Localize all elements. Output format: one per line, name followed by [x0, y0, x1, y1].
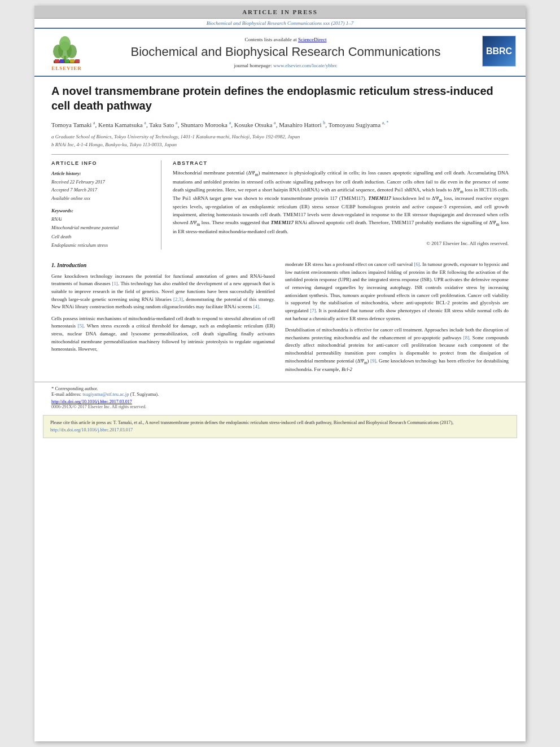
email-line: E-mail address: tsugiyama@stf.teu.ac.jp …: [51, 391, 509, 397]
svg-rect-6: [55, 59, 59, 63]
keyword-4: Endoplasmic reticulum stress: [51, 241, 154, 250]
two-col-body: 1. Introduction Gene knockdown technolog…: [51, 261, 509, 377]
article-title: A novel transmembrane protein defines th…: [51, 84, 509, 113]
article-info-abstract-section: ARTICLE INFO Article history: Received 2…: [51, 154, 509, 250]
intro-para2: Cells possess intrinsic mechanisms of mi…: [51, 315, 275, 353]
email-suffix: (T. Sugiyama).: [130, 391, 159, 397]
keyword-2: Mitochondrial membrane potential: [51, 224, 154, 232]
email-link[interactable]: tsugiyama@stf.teu.ac.jp: [82, 391, 129, 397]
authors-line: Tomoya Tamaki a, Kenta Kamatsuka a, Taku…: [51, 120, 509, 130]
article-info-col: ARTICLE INFO Article history: Received 2…: [51, 160, 161, 250]
doi-link[interactable]: http://dx.doi.org/10.1016/j.bbrc.2017.03…: [51, 399, 509, 404]
svg-rect-7: [60, 59, 64, 63]
banner-text: ARTICLE IN PRESS: [242, 8, 318, 15]
received-date: Received 22 February 2017: [51, 178, 154, 186]
main-content: A novel transmembrane protein defines th…: [34, 77, 526, 261]
svg-rect-9: [70, 59, 75, 63]
journal-title: Biochemical and Biophysical Research Com…: [98, 45, 474, 59]
aip-banner: ARTICLE IN PRESS: [34, 6, 526, 19]
elsevier-tree-icon: [47, 33, 86, 64]
sciencedirect-line: Contents lists available at ScienceDirec…: [98, 37, 474, 42]
bbrc-box: BBRC: [482, 36, 516, 67]
corresponding-author: * Corresponding author.: [51, 386, 509, 391]
abstract-text: Mitochondrial membrane potential (ΔΨm) m…: [173, 169, 509, 235]
citation-doi-link[interactable]: http://dx.doi.org/10.1016/j.bbrc.2017.03…: [50, 427, 133, 433]
svg-rect-8: [65, 59, 69, 63]
page: ARTICLE IN PRESS Biochemical and Biophys…: [34, 6, 526, 741]
right-para1: moderate ER stress has a profound effect…: [285, 261, 509, 322]
keyword-1: RNAi: [51, 215, 154, 224]
article-history: Article history: Received 22 February 20…: [51, 169, 154, 202]
right-para2: Destabilisation of mitochondria is effec…: [285, 326, 509, 373]
journal-header: ELSEVIER Contents lists available at Sci…: [34, 28, 526, 77]
doi-copyright: 0006-291X/© 2017 Elsevier Inc. All right…: [51, 404, 509, 409]
bbrc-logo: BBRC: [479, 33, 519, 71]
elsevier-logo: ELSEVIER: [41, 33, 92, 71]
sciencedirect-link[interactable]: ScienceDirect: [298, 37, 326, 42]
corresponding-star: * Corresponding author.: [51, 386, 98, 391]
doi-anchor[interactable]: http://dx.doi.org/10.1016/j.bbrc.2017.03…: [51, 399, 132, 404]
body-section: 1. Introduction Gene knockdown technolog…: [34, 261, 526, 377]
keywords-list: RNAi Mitochondrial membrane potential Ce…: [51, 215, 154, 250]
affiliation-b: b RNAi Inc, 4-1-4 Hongo, Bunkyo-ku, Toky…: [51, 141, 509, 149]
homepage-url[interactable]: www.elsevier.com/locate/ybbrc: [273, 63, 337, 68]
abstract-col: ABSTRACT Mitochondrial membrane potentia…: [173, 160, 509, 250]
abstract-label: ABSTRACT: [173, 160, 509, 166]
elsevier-text: ELSEVIER: [51, 65, 82, 71]
available-date: Available online xxx: [51, 194, 154, 202]
intro-heading: 1. Introduction: [51, 261, 275, 270]
svg-point-4: [59, 36, 71, 51]
sd-prefix: Contents lists available at: [245, 37, 298, 42]
citation-bar: Please cite this article in press as: T.…: [43, 415, 517, 438]
keywords-label: Keywords:: [51, 208, 154, 213]
accepted-date: Accepted 7 March 2017: [51, 186, 154, 194]
homepage-prefix: journal homepage:: [234, 63, 273, 68]
footnote-area: * Corresponding author. E-mail address: …: [34, 382, 526, 397]
doi-footer: http://dx.doi.org/10.1016/j.bbrc.2017.03…: [34, 397, 526, 412]
citation-text: Please cite this article in press as: T.…: [50, 420, 453, 425]
affiliations: a Graduate School of Bionics, Tokyo Univ…: [51, 133, 509, 148]
body-left-col: 1. Introduction Gene knockdown technolog…: [51, 261, 275, 377]
journal-homepage: journal homepage: www.elsevier.com/locat…: [98, 63, 474, 68]
journal-center: Contents lists available at ScienceDirec…: [98, 33, 474, 71]
affiliation-a: a Graduate School of Bionics, Tokyo Univ…: [51, 133, 509, 141]
journal-ref-text: Biochemical and Biophysical Research Com…: [207, 20, 353, 26]
email-prefix: E-mail address:: [51, 391, 82, 397]
journal-line: Biochemical and Biophysical Research Com…: [34, 19, 526, 28]
copyright-notice: © 2017 Elsevier Inc. All rights reserved…: [173, 241, 509, 246]
bbrc-text: BBRC: [486, 46, 512, 56]
history-label: Article history:: [51, 169, 154, 177]
article-info-label: ARTICLE INFO: [51, 160, 154, 166]
body-right-col: moderate ER stress has a profound effect…: [285, 261, 509, 377]
keyword-3: Cell death: [51, 233, 154, 241]
svg-rect-10: [75, 59, 80, 63]
intro-para1: Gene knockdown technology increases the …: [51, 273, 275, 311]
